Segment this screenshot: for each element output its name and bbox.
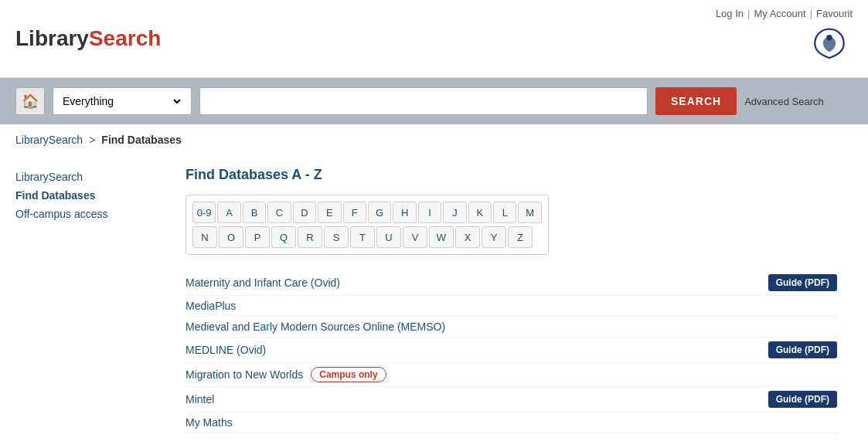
logo-library-text: Library: [15, 26, 89, 51]
table-row: MintelGuide (PDF): [186, 387, 837, 412]
letter-btn-e[interactable]: E: [318, 202, 341, 223]
search-button[interactable]: SEARCH: [655, 87, 737, 115]
letter-btn-n[interactable]: N: [192, 226, 217, 248]
sidebar-item-librarysearch[interactable]: LibrarySearch: [15, 171, 170, 183]
logo: LibrarySearch: [15, 26, 161, 51]
letter-btn-q[interactable]: Q: [271, 226, 296, 248]
header-nav: Log In | My Account | Favourit: [716, 8, 853, 19]
database-list: Maternity and Infant Care (Ovid)Guide (P…: [186, 270, 837, 433]
letter-row-2: NOPQRSTUVWXYZ: [192, 226, 542, 248]
letter-btn-l[interactable]: L: [493, 202, 516, 223]
logo-search-text: Search: [89, 26, 161, 51]
table-row: MediaPlus: [186, 296, 837, 317]
svg-point-0: [826, 35, 832, 41]
breadcrumb-home[interactable]: LibrarySearch: [15, 134, 83, 146]
letter-btn-x[interactable]: X: [455, 226, 480, 248]
database-link[interactable]: Maternity and Infant Care (Ovid): [186, 276, 340, 289]
letter-btn-c[interactable]: C: [267, 202, 291, 223]
letter-btn-w[interactable]: W: [429, 226, 454, 248]
letter-btn-a[interactable]: A: [217, 202, 240, 223]
letter-btn-09[interactable]: 0-9: [192, 202, 216, 223]
main-content: LibrarySearch Find Databases Off-campus …: [0, 155, 868, 441]
letter-btn-o[interactable]: O: [219, 226, 243, 248]
advanced-search-link[interactable]: Advanced Search: [744, 96, 824, 107]
campus-only-badge: Campus only: [311, 367, 386, 382]
guide-pdf-button[interactable]: Guide (PDF): [768, 391, 837, 408]
letter-btn-i[interactable]: I: [418, 202, 441, 223]
database-link[interactable]: Mintel: [186, 393, 214, 405]
letter-btn-b[interactable]: B: [243, 202, 266, 223]
database-link[interactable]: MEDLINE (Ovid): [186, 344, 266, 356]
table-row: Maternity and Infant Care (Ovid)Guide (P…: [186, 270, 837, 296]
favourites-link[interactable]: Favourit: [816, 8, 853, 19]
page-title: Find Databases A - Z: [186, 167, 837, 183]
letter-btn-d[interactable]: D: [293, 202, 316, 223]
table-row: MEDLINE (Ovid)Guide (PDF): [186, 338, 837, 363]
letter-btn-p[interactable]: P: [245, 226, 270, 248]
letter-btn-t[interactable]: T: [350, 226, 375, 248]
home-button[interactable]: 🏠: [15, 87, 45, 115]
letter-btn-z[interactable]: Z: [508, 226, 533, 248]
database-link[interactable]: Migration to New Worlds: [186, 368, 303, 381]
sidebar: LibrarySearch Find Databases Off-campus …: [15, 163, 170, 437]
letter-row-1: 0-9ABCDEFGHIJKLM: [192, 202, 542, 223]
letter-btn-g[interactable]: G: [368, 202, 391, 223]
header-right: Log In | My Account | Favourit: [716, 8, 853, 70]
scope-select[interactable]: Everything Articles Journals Books Datab…: [60, 94, 183, 108]
letter-btn-r[interactable]: R: [298, 226, 322, 248]
breadcrumb-current: Find Databases: [101, 134, 181, 146]
guide-pdf-button[interactable]: Guide (PDF): [768, 274, 837, 291]
login-link[interactable]: Log In: [716, 8, 744, 19]
guide-pdf-button[interactable]: Guide (PDF): [768, 341, 837, 358]
table-row: Medieval and Early Modern Sources Online…: [186, 317, 837, 338]
letter-btn-k[interactable]: K: [468, 202, 492, 223]
search-input[interactable]: [199, 87, 648, 115]
letter-btn-u[interactable]: U: [376, 226, 401, 248]
letter-btn-s[interactable]: S: [324, 226, 349, 248]
breadcrumb-separator: >: [89, 134, 95, 146]
home-icon: 🏠: [22, 93, 39, 110]
sidebar-item-find-databases[interactable]: Find Databases: [15, 189, 170, 202]
database-link[interactable]: My Maths: [186, 416, 233, 429]
database-link[interactable]: MediaPlus: [186, 300, 236, 312]
sidebar-item-offcampus[interactable]: Off-campus access: [15, 208, 170, 220]
content-area: Find Databases A - Z 0-9ABCDEFGHIJKLM NO…: [170, 163, 853, 437]
letter-btn-y[interactable]: Y: [482, 226, 506, 248]
brand-icon: [806, 23, 853, 70]
database-link[interactable]: Medieval and Early Modern Sources Online…: [186, 321, 445, 333]
letter-btn-m[interactable]: M: [518, 202, 541, 223]
search-bar: 🏠 Everything Articles Journals Books Dat…: [0, 78, 868, 124]
letter-btn-h[interactable]: H: [393, 202, 416, 223]
my-account-link[interactable]: My Account: [754, 8, 805, 19]
letter-btn-v[interactable]: V: [403, 226, 427, 248]
table-row: My Maths: [186, 412, 837, 433]
letter-navigation: 0-9ABCDEFGHIJKLM NOPQRSTUVWXYZ: [186, 195, 549, 255]
breadcrumb: LibrarySearch > Find Databases: [0, 124, 868, 155]
letter-btn-j[interactable]: J: [443, 202, 466, 223]
table-row: Migration to New WorldsCampus only: [186, 363, 837, 387]
letter-btn-f[interactable]: F: [343, 202, 366, 223]
header: LibrarySearch Log In | My Account | Favo…: [0, 0, 868, 78]
search-scope[interactable]: Everything Articles Journals Books Datab…: [53, 87, 192, 115]
